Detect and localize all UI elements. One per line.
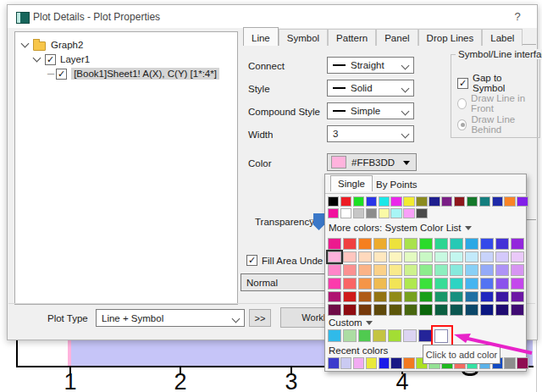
color-swatch[interactable] xyxy=(480,304,494,316)
color-swatch[interactable] xyxy=(373,329,386,342)
color-swatch[interactable] xyxy=(450,278,463,290)
color-swatch[interactable] xyxy=(373,264,387,276)
color-swatch[interactable] xyxy=(379,357,390,369)
color-swatch[interactable] xyxy=(343,329,357,342)
color-swatch[interactable] xyxy=(419,304,433,316)
color-swatch[interactable] xyxy=(419,238,433,250)
color-swatch[interactable] xyxy=(340,357,352,369)
tab-label[interactable]: Label xyxy=(482,29,523,46)
color-swatch[interactable] xyxy=(379,196,390,207)
tree-item-label[interactable]: Graph2 xyxy=(51,40,83,50)
color-swatch[interactable] xyxy=(366,208,377,218)
color-swatch[interactable] xyxy=(328,357,340,369)
color-swatch[interactable] xyxy=(511,264,524,276)
transparency-slider-thumb[interactable] xyxy=(313,213,324,230)
picker-tab-by-points[interactable]: By Points xyxy=(369,177,424,192)
color-swatch[interactable] xyxy=(517,196,528,207)
color-swatch[interactable] xyxy=(366,196,377,207)
color-swatch[interactable] xyxy=(403,329,417,342)
draw-line-behind-radio[interactable] xyxy=(457,119,467,130)
color-swatch[interactable] xyxy=(388,329,401,342)
color-swatch[interactable] xyxy=(404,264,418,276)
color-swatch[interactable] xyxy=(358,238,372,250)
picker-tab-single[interactable]: Single xyxy=(330,175,373,191)
color-swatch[interactable] xyxy=(511,291,524,303)
tree-item-label[interactable]: Layer1 xyxy=(60,54,90,64)
color-swatch[interactable] xyxy=(343,291,357,303)
color-dropdown-button[interactable]: #FFB3DD xyxy=(327,153,417,171)
color-swatch[interactable] xyxy=(504,196,515,207)
color-swatch[interactable] xyxy=(358,251,372,263)
color-swatch[interactable] xyxy=(495,251,509,263)
color-swatch[interactable] xyxy=(454,196,465,207)
color-swatch[interactable] xyxy=(416,208,427,218)
color-swatch[interactable] xyxy=(418,329,432,342)
color-swatch[interactable] xyxy=(480,238,494,250)
color-swatch[interactable] xyxy=(492,196,503,207)
color-swatch[interactable] xyxy=(353,357,365,369)
custom-label[interactable]: Custom xyxy=(329,317,373,328)
color-swatch[interactable] xyxy=(419,291,433,303)
color-swatch[interactable] xyxy=(389,291,402,303)
color-swatch[interactable] xyxy=(328,196,339,207)
color-swatch[interactable] xyxy=(450,264,463,276)
tab-pattern[interactable]: Pattern xyxy=(328,29,376,46)
color-swatch[interactable] xyxy=(467,196,478,207)
color-swatch[interactable] xyxy=(441,196,452,207)
color-swatch[interactable] xyxy=(328,208,339,218)
color-swatch[interactable] xyxy=(465,291,478,303)
color-swatch[interactable] xyxy=(373,291,387,303)
color-swatch[interactable] xyxy=(328,291,341,303)
gap-to-symbol-checkbox[interactable]: ✓ xyxy=(457,78,468,89)
color-swatch[interactable] xyxy=(517,357,528,369)
more-colors-label[interactable]: More colors: System Color List xyxy=(329,223,472,233)
color-swatch[interactable] xyxy=(353,196,364,207)
expand-button[interactable]: >> xyxy=(249,309,271,327)
color-swatch[interactable] xyxy=(450,304,463,316)
color-swatch[interactable] xyxy=(328,329,341,342)
color-swatch[interactable] xyxy=(434,264,448,276)
color-swatch[interactable] xyxy=(429,196,440,207)
color-swatch[interactable] xyxy=(379,208,390,218)
color-swatch[interactable] xyxy=(480,251,494,263)
color-swatch[interactable] xyxy=(343,264,357,276)
color-swatch[interactable] xyxy=(373,304,387,316)
color-swatch[interactable] xyxy=(434,251,448,263)
color-swatch[interactable] xyxy=(389,304,402,316)
color-swatch[interactable] xyxy=(450,291,463,303)
tree-item-graph2[interactable]: Graph2 xyxy=(22,38,83,52)
color-swatch[interactable] xyxy=(358,278,372,290)
tree-item-label-selected[interactable]: [Book1]Sheet1! A(X), C(Y) [1*:4*] xyxy=(71,68,219,80)
color-swatch[interactable] xyxy=(343,251,357,263)
color-swatch[interactable] xyxy=(328,264,341,276)
color-swatch[interactable] xyxy=(416,196,427,207)
color-swatch[interactable] xyxy=(390,196,401,207)
color-swatch[interactable] xyxy=(511,278,524,290)
style-dropdown[interactable]: Solid xyxy=(327,80,414,97)
color-swatch[interactable] xyxy=(465,251,478,263)
color-swatch[interactable] xyxy=(465,238,478,250)
color-swatch[interactable] xyxy=(495,264,509,276)
color-swatch[interactable] xyxy=(404,304,418,316)
color-swatch[interactable] xyxy=(480,291,494,303)
tree-item-layer1[interactable]: ✓ Layer1 xyxy=(34,52,90,66)
fill-area-checkbox[interactable]: ✓ xyxy=(246,255,257,266)
color-swatch[interactable] xyxy=(373,238,387,250)
color-swatch[interactable] xyxy=(403,357,415,369)
layer-checkbox[interactable]: ✓ xyxy=(45,54,56,65)
help-button[interactable]: ? xyxy=(511,10,524,23)
color-swatch[interactable] xyxy=(389,251,402,263)
color-swatch[interactable] xyxy=(404,238,418,250)
color-swatch[interactable] xyxy=(403,196,414,207)
plot-type-dropdown[interactable]: Line + Symbol xyxy=(96,309,245,327)
dataset-checkbox[interactable]: ✓ xyxy=(56,69,67,80)
color-swatch[interactable] xyxy=(343,304,357,316)
color-swatch[interactable] xyxy=(495,238,509,250)
color-swatch[interactable] xyxy=(358,304,372,316)
color-swatch[interactable] xyxy=(495,304,509,316)
color-swatch[interactable] xyxy=(404,251,418,263)
tree-item-dataset[interactable]: ─ ✓ [Book1]Sheet1! A(X), C(Y) [1*:4*] xyxy=(47,67,219,80)
color-swatch[interactable] xyxy=(434,304,448,316)
color-swatch[interactable] xyxy=(340,196,351,207)
width-dropdown[interactable]: 3 xyxy=(327,125,414,142)
